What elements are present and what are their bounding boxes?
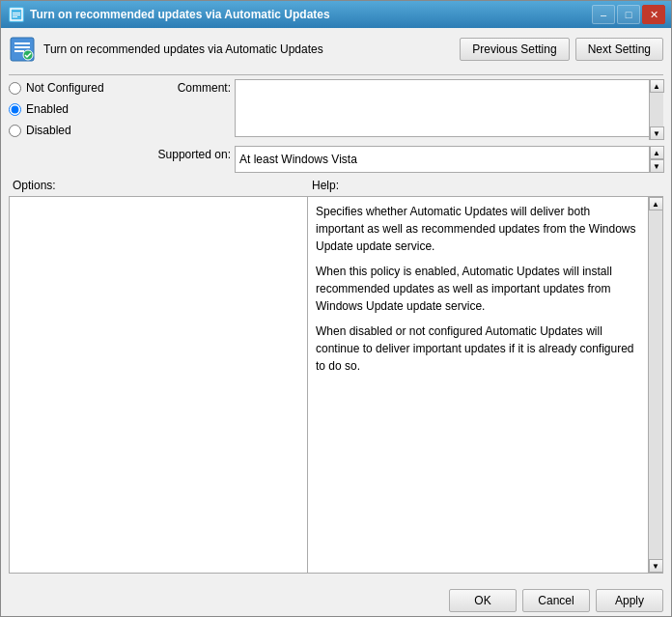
- help-label: Help:: [308, 179, 663, 192]
- title-bar: Turn on recommended updates via Automati…: [1, 1, 671, 28]
- cancel-button[interactable]: Cancel: [522, 589, 590, 612]
- help-paragraph-1: Specifies whether Automatic Updates will…: [316, 203, 640, 255]
- svg-rect-3: [13, 16, 17, 17]
- title-bar-buttons: – □ ✕: [592, 5, 665, 24]
- options-help-panels: Specifies whether Automatic Updates will…: [9, 196, 663, 574]
- help-scroll-up[interactable]: ▲: [649, 197, 663, 210]
- main-window: Turn on recommended updates via Automati…: [0, 0, 672, 617]
- comment-input-wrap: ▲ ▼: [235, 79, 663, 140]
- fields-column: Comment: ▲ ▼ Supported on: At least: [144, 79, 663, 173]
- separator-top: [9, 74, 663, 75]
- enabled-label: Enabled: [26, 102, 69, 116]
- header-buttons: Previous Setting Next Setting: [460, 38, 663, 61]
- window-icon: [9, 7, 24, 22]
- help-scroll-track: [649, 210, 662, 559]
- not-configured-label: Not Configured: [26, 81, 104, 95]
- options-panel: [10, 197, 308, 573]
- disabled-option[interactable]: Disabled: [9, 124, 144, 137]
- enabled-radio[interactable]: [9, 103, 21, 116]
- config-area: Not Configured Enabled Disabled Comment:: [9, 79, 663, 173]
- comment-scroll-up[interactable]: ▲: [650, 79, 664, 93]
- footer: OK Cancel Apply: [1, 581, 671, 616]
- help-paragraph-2: When this policy is enabled, Automatic U…: [316, 263, 640, 315]
- help-scrollbar[interactable]: ▲ ▼: [648, 197, 662, 573]
- supported-scroll-up[interactable]: ▲: [650, 146, 664, 159]
- help-scroll-down[interactable]: ▼: [649, 559, 663, 573]
- panels-outer: Options: Help: Specifies whether Automat…: [9, 179, 663, 574]
- panels-header: Options: Help:: [9, 179, 663, 192]
- disabled-radio[interactable]: [9, 125, 21, 137]
- content-area: Turn on recommended updates via Automati…: [1, 28, 671, 581]
- minimize-button[interactable]: –: [592, 5, 615, 24]
- not-configured-radio[interactable]: [9, 82, 21, 95]
- comment-row: Comment: ▲ ▼: [144, 79, 663, 140]
- svg-rect-2: [13, 14, 20, 15]
- help-panel: Specifies whether Automatic Updates will…: [308, 197, 648, 573]
- header-title: Turn on recommended updates via Automati…: [43, 42, 323, 56]
- supported-on-input-wrap: At least Windows Vista ▲ ▼: [235, 146, 663, 173]
- comment-scroll-track: [650, 93, 663, 126]
- header-title-block: Turn on recommended updates via Automati…: [9, 36, 323, 63]
- radio-column: Not Configured Enabled Disabled: [9, 79, 144, 173]
- svg-rect-5: [14, 42, 30, 44]
- maximize-button[interactable]: □: [617, 5, 640, 24]
- next-setting-button[interactable]: Next Setting: [575, 38, 663, 61]
- comment-scrollbar[interactable]: ▲ ▼: [649, 79, 663, 140]
- close-button[interactable]: ✕: [642, 5, 665, 24]
- supported-on-label: Supported on:: [144, 146, 231, 161]
- comment-textarea[interactable]: [235, 79, 663, 137]
- header-row: Turn on recommended updates via Automati…: [9, 36, 663, 63]
- comment-scroll-down[interactable]: ▼: [650, 126, 664, 140]
- svg-rect-6: [14, 46, 30, 48]
- policy-icon: [9, 36, 36, 63]
- window-title: Turn on recommended updates via Automati…: [30, 8, 330, 21]
- supported-on-row: Supported on: At least Windows Vista ▲ ▼: [144, 146, 663, 173]
- options-label: Options:: [9, 179, 308, 192]
- enabled-option[interactable]: Enabled: [9, 102, 144, 116]
- ok-button[interactable]: OK: [449, 589, 517, 612]
- title-bar-left: Turn on recommended updates via Automati…: [9, 7, 330, 22]
- supported-on-scrollbar[interactable]: ▲ ▼: [649, 146, 663, 173]
- help-paragraph-3: When disabled or not configured Automati…: [316, 323, 640, 375]
- svg-rect-7: [14, 50, 24, 52]
- disabled-label: Disabled: [26, 124, 71, 137]
- apply-button[interactable]: Apply: [596, 589, 663, 612]
- supported-scroll-down[interactable]: ▼: [650, 159, 664, 173]
- previous-setting-button[interactable]: Previous Setting: [460, 38, 569, 61]
- supported-on-value: At least Windows Vista: [235, 146, 663, 173]
- svg-rect-1: [13, 13, 20, 14]
- help-panel-wrap: Specifies whether Automatic Updates will…: [308, 197, 662, 573]
- comment-label: Comment:: [144, 79, 231, 95]
- not-configured-option[interactable]: Not Configured: [9, 81, 144, 95]
